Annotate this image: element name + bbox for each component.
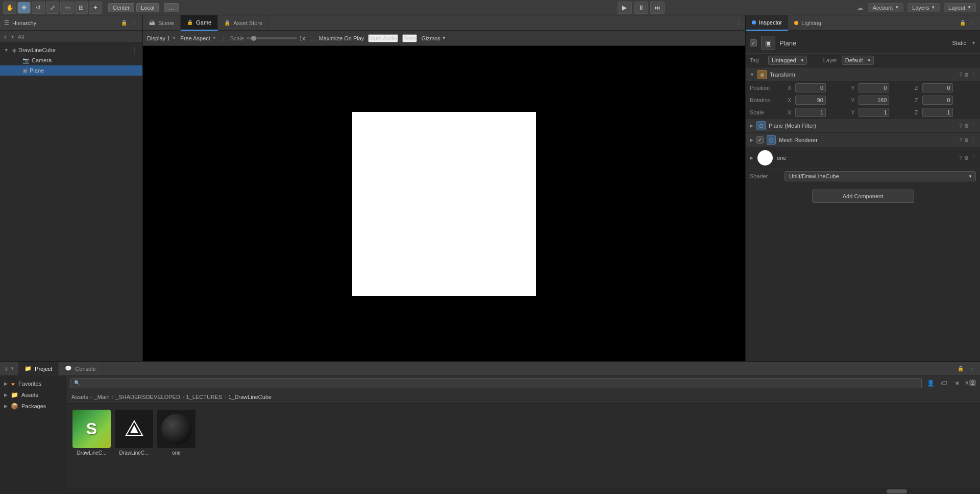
hand-tool-btn[interactable]: ✋ [3, 2, 16, 14]
mesh-filter-more-btn[interactable]: ⋮ [971, 123, 976, 129]
custom-icon-btn[interactable]: … [164, 3, 179, 12]
path-lectures[interactable]: 1_LECTURES [186, 394, 223, 400]
proj-tool-filter-btn[interactable]: ⊻ 2 [965, 378, 976, 389]
aspect-selector[interactable]: Free Aspect ▼ [180, 35, 216, 41]
shader-dropdown[interactable]: Unlit/DrawLineCube [785, 171, 976, 181]
pause-btn[interactable]: ⏸ [634, 2, 648, 14]
account-dropdown[interactable]: Account [868, 3, 903, 12]
sidebar-packages[interactable]: ▶ 📦 Packages [0, 401, 66, 412]
material-help-btn[interactable]: ? [959, 155, 962, 161]
path-shaders[interactable]: _SHADERSDEVELOPED [115, 394, 180, 400]
play-btn[interactable]: ▶ [618, 2, 632, 14]
mesh-renderer-help-btn[interactable]: ? [959, 137, 962, 143]
inspector-lock-btn[interactable]: 🔒 [959, 19, 967, 27]
rotation-z-input[interactable] [922, 96, 953, 105]
tab-asset-store[interactable]: 🔒 Asset Store [218, 15, 269, 31]
mesh-renderer-settings-btn[interactable]: ⚙ [964, 137, 969, 143]
scale-y-input[interactable] [859, 108, 889, 117]
tab-console[interactable]: 💬 Console [59, 362, 102, 376]
static-label: Static [952, 40, 967, 46]
mesh-renderer-header[interactable]: ▶ ✓ ⬡ Mesh Renderer ? ⚙ ⋮ [746, 133, 980, 147]
hierarchy-more-btn[interactable]: ⋮ [130, 19, 138, 27]
search-input[interactable] [82, 380, 918, 386]
proj-tool-tag-btn[interactable]: 🏷 [938, 378, 949, 389]
mute-audio-btn[interactable]: Mute Audio [368, 34, 398, 42]
hierarchy-lock-btn[interactable]: 🔒 [120, 19, 128, 27]
tag-dropdown[interactable]: Untagged [768, 56, 807, 65]
bottom-more-btn[interactable]: ⋮ [968, 365, 976, 373]
position-z-input[interactable] [922, 83, 953, 92]
mesh-renderer-checkbox[interactable]: ✓ [756, 136, 764, 144]
hierarchy-item-camera[interactable]: 📷 Camera [0, 55, 142, 65]
mesh-filter-help-btn[interactable]: ? [959, 123, 962, 129]
add-component-btn[interactable]: Add Component [812, 190, 914, 203]
asset-item-material[interactable]: one [157, 410, 195, 456]
sidebar-favorites[interactable]: ▶ ★ Favorites [0, 378, 66, 389]
display-selector[interactable]: Display 1 ▼ [147, 35, 176, 41]
step-btn[interactable]: ⏭ [650, 2, 665, 14]
rotate-tool-btn[interactable]: ↺ [32, 2, 45, 14]
path-main[interactable]: _Main [94, 394, 110, 400]
transform-more-btn[interactable]: ⋮ [971, 72, 976, 78]
rect-tool-btn[interactable]: ▭ [60, 2, 74, 14]
rotation-y-input[interactable] [859, 96, 889, 105]
assets-folder-icon: 📁 [11, 391, 18, 398]
sidebar-assets[interactable]: ▶ 📁 Assets [0, 389, 66, 401]
asset-item-shader[interactable]: S DrawLineC... [72, 410, 111, 456]
scale-tool-btn[interactable]: ⤢ [46, 2, 59, 14]
custom-tool-btn[interactable]: ✦ [89, 2, 102, 14]
gizmos-btn[interactable]: Gizmos ▼ [421, 35, 446, 41]
static-dropdown-arrow[interactable]: ▼ [971, 40, 976, 45]
rotation-x-input[interactable] [795, 96, 826, 105]
asset-store-lock-icon: 🔒 [224, 20, 230, 26]
material-more-btn[interactable]: ⋮ [971, 155, 976, 161]
tab-project[interactable]: 📁 Project [18, 362, 59, 376]
material-preview [757, 150, 773, 166]
bottom-add-btn[interactable]: + [4, 365, 8, 373]
proj-tool-people-btn[interactable]: 👤 [925, 378, 936, 389]
asset-item-unity[interactable]: DrawLineC... [115, 410, 153, 456]
scrollbar-thumb[interactable] [887, 489, 907, 493]
stats-btn[interactable]: Stats [402, 34, 417, 42]
scale-z-input[interactable] [922, 108, 953, 117]
scale-x-input[interactable] [795, 108, 826, 117]
object-active-checkbox[interactable]: ✓ [750, 39, 757, 46]
hierarchy-item-drawlinecube[interactable]: ▼ ◈ DrawLineCube ⋮ [0, 45, 142, 55]
transform-arrow: ▼ [750, 72, 754, 77]
hierarchy-item-plane[interactable]: ▣ Plane [0, 65, 142, 76]
maximize-btn[interactable]: Maximize On Play [319, 35, 364, 41]
tabs-more-btn[interactable]: ⋮ [731, 19, 745, 26]
scale-slider[interactable] [246, 37, 297, 39]
proj-tool-star-btn[interactable]: ★ [951, 378, 963, 389]
pivot-local-btn[interactable]: Local [136, 3, 159, 12]
hierarchy-options-drawlinecube[interactable]: ⋮ [131, 46, 138, 54]
path-assets[interactable]: Assets [71, 394, 88, 400]
mesh-renderer-more-btn[interactable]: ⋮ [971, 137, 976, 143]
assets-label: Assets [21, 392, 38, 398]
layers-dropdown[interactable]: Layers [908, 3, 940, 12]
transform-settings-btn[interactable]: ⚙ [964, 72, 969, 78]
mesh-filter-settings-btn[interactable]: ⚙ [964, 123, 969, 129]
inspector-more-btn[interactable]: ⋮ [969, 19, 977, 27]
transform-tool-btn[interactable]: ⊞ [75, 2, 88, 14]
move-tool-btn[interactable]: ✥ [17, 2, 31, 14]
layer-dropdown[interactable]: Default [842, 56, 874, 65]
position-y-input[interactable] [859, 83, 889, 92]
project-tab-icon: 📁 [24, 365, 32, 372]
hierarchy-label-camera: Camera [32, 57, 52, 63]
material-settings-btn[interactable]: ⚙ [964, 155, 969, 161]
tab-game[interactable]: 🔒 Game [181, 15, 218, 31]
search-box[interactable]: 🔍 [70, 378, 922, 388]
hierarchy-add-btn[interactable]: + [3, 33, 7, 41]
horizontal-scrollbar[interactable] [66, 488, 980, 494]
tab-lighting[interactable]: Lighting [788, 15, 827, 31]
transform-component-header[interactable]: ▼ ⊕ Transform ? ⚙ ⋮ [746, 67, 980, 82]
tab-inspector[interactable]: Inspector [746, 15, 788, 31]
transform-help-btn[interactable]: ? [959, 72, 962, 78]
pivot-center-btn[interactable]: Center [108, 3, 134, 12]
mesh-filter-header[interactable]: ▶ ⬡ Plane (Mesh Filter) ? ⚙ ⋮ [746, 119, 980, 133]
layout-dropdown[interactable]: Layout [944, 3, 976, 12]
tab-scene[interactable]: 🏔 Scene [143, 15, 181, 31]
bottom-lock-btn[interactable]: 🔒 [957, 365, 965, 373]
position-x-input[interactable] [795, 83, 826, 92]
